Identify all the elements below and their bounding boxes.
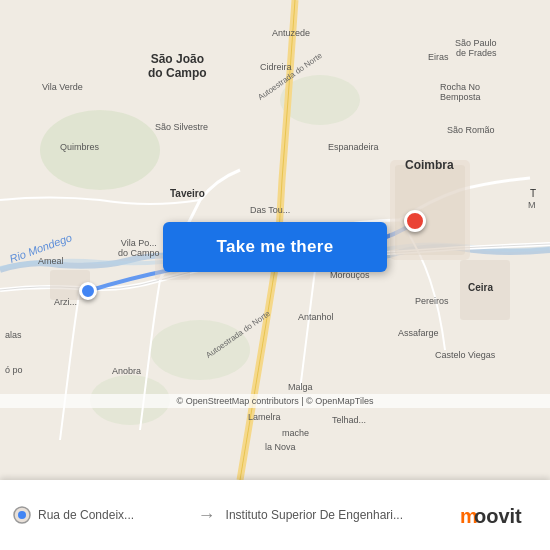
- arrow-icon: →: [198, 505, 216, 526]
- svg-text:oovit: oovit: [474, 505, 522, 527]
- svg-rect-6: [395, 165, 465, 255]
- bottom-bar: Rua de Condeix... → Instituto Superior D…: [0, 480, 550, 550]
- map-container: São Joãodo Campo Antuzede Cidreira Eiras…: [0, 0, 550, 480]
- osm-attribution: © OpenStreetMap contributors | © OpenMap…: [0, 394, 550, 408]
- origin-icon: [12, 505, 32, 525]
- svg-point-3: [150, 320, 250, 380]
- take-me-there-button[interactable]: Take me there: [163, 222, 387, 272]
- route-from-label: Rua de Condeix...: [38, 508, 188, 522]
- moovit-logo: m oovit: [458, 501, 538, 529]
- attribution-text: © OpenStreetMap contributors | © OpenMap…: [177, 396, 374, 406]
- origin-marker: [79, 282, 97, 300]
- take-me-there-label: Take me there: [217, 237, 334, 257]
- svg-rect-9: [460, 260, 510, 320]
- route-to-label: Instituto Superior De Engenhari...: [226, 508, 450, 522]
- svg-point-1: [40, 110, 160, 190]
- svg-point-11: [18, 511, 26, 519]
